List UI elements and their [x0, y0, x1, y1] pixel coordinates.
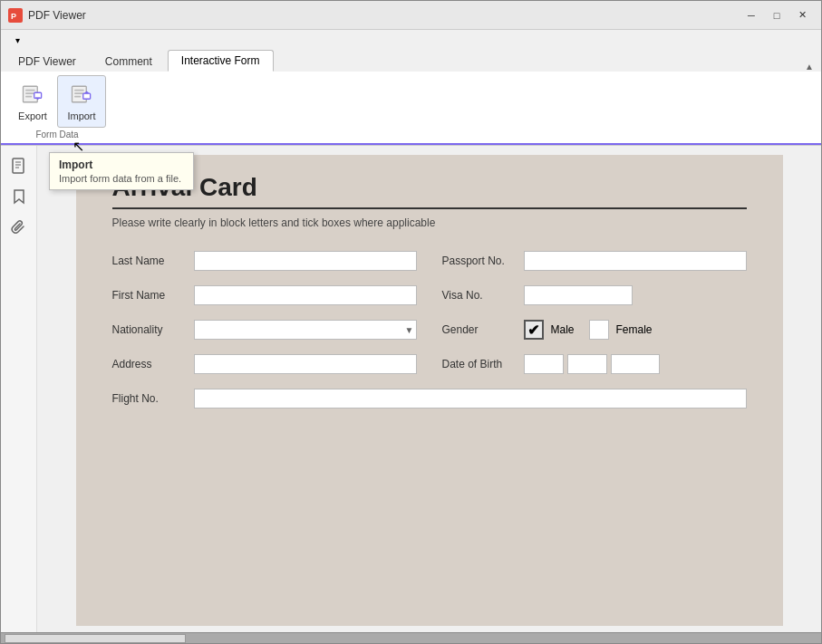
export-label: Export	[18, 111, 47, 121]
import-tooltip: Import Import form data from a file.	[49, 152, 194, 190]
dob-label: Date of Birth	[442, 358, 524, 370]
dob-inputs	[524, 354, 660, 374]
sidebar-attachment-icon[interactable]	[6, 215, 32, 240]
ribbon-collapse-button[interactable]: ▲	[805, 62, 817, 72]
gender-female-label: Female	[616, 323, 653, 336]
section-gender: Gender ✔ Male Female	[424, 320, 747, 340]
section-flight: Flight No.	[112, 389, 747, 409]
dob-year-input[interactable]	[611, 354, 660, 374]
quick-access-bar: ▾	[1, 30, 821, 50]
tooltip-title: Import	[59, 159, 184, 171]
ribbon-tabs: PDF Viewer Comment Interactive Form ▲	[1, 50, 821, 72]
nationality-select[interactable]: ▼	[194, 320, 417, 340]
tab-pdf-viewer[interactable]: PDF Viewer	[5, 51, 90, 72]
import-icon	[67, 80, 96, 109]
import-button[interactable]: Import	[57, 75, 106, 128]
flight-input[interactable]	[194, 389, 747, 409]
gender-male-label: Male	[551, 323, 575, 336]
row-address-dob: Address Date of Birth	[112, 354, 747, 374]
group-label: Form Data	[8, 128, 106, 139]
first-name-input[interactable]	[194, 285, 417, 305]
sidebar-bookmark-icon[interactable]	[6, 184, 32, 209]
row-lastname-passport: Last Name Passport No.	[112, 251, 747, 271]
passport-input[interactable]	[524, 251, 747, 271]
first-name-label: First Name	[112, 289, 194, 302]
svg-rect-9	[74, 90, 84, 91]
ribbon-area: ▾ PDF Viewer Comment Interactive Form ▲	[1, 30, 821, 146]
toolbar: Export	[1, 72, 821, 145]
gender-label: Gender	[442, 323, 524, 336]
address-label: Address	[112, 358, 194, 370]
passport-label: Passport No.	[442, 255, 524, 267]
app-icon: P	[8, 8, 23, 23]
svg-rect-3	[25, 90, 35, 91]
last-name-label: Last Name	[112, 255, 194, 267]
maximize-button[interactable]: □	[765, 6, 788, 24]
svg-rect-5	[25, 96, 32, 98]
section-firstname: First Name	[112, 285, 417, 305]
bottom-scrollbar[interactable]	[1, 632, 821, 643]
close-button[interactable]: ✕	[790, 6, 814, 24]
toolbar-buttons: Export	[8, 75, 106, 128]
gender-area: ✔ Male Female	[524, 320, 653, 340]
window-title: PDF Viewer	[28, 9, 740, 22]
export-button[interactable]: Export	[8, 75, 57, 128]
dob-day-input[interactable]	[524, 354, 564, 374]
content-area: Arrival Card Please write clearly in blo…	[1, 146, 821, 632]
pdf-scroll-area[interactable]: Arrival Card Please write clearly in blo…	[37, 146, 821, 632]
section-address: Address	[112, 354, 417, 374]
quick-access-button[interactable]: ▾	[8, 32, 26, 48]
svg-rect-4	[25, 92, 35, 94]
section-nationality: Nationality ▼	[112, 320, 417, 340]
sidebar-page-icon[interactable]	[6, 153, 32, 178]
section-lastname: Last Name	[112, 251, 417, 271]
title-bar: P PDF Viewer ─ □ ✕	[1, 1, 821, 30]
window-controls: ─ □ ✕	[740, 6, 814, 24]
export-icon	[18, 80, 47, 109]
dob-month-input[interactable]	[567, 354, 607, 374]
address-input[interactable]	[194, 354, 417, 374]
bottom-scrollbar-thumb[interactable]	[5, 634, 186, 643]
row-firstname-visa: First Name Visa No.	[112, 285, 747, 305]
main-window: P PDF Viewer ─ □ ✕ ▾ PDF Viewer Comment …	[0, 0, 822, 644]
select-arrow-icon: ▼	[405, 325, 414, 335]
svg-rect-10	[74, 92, 84, 94]
tooltip-text: Import form data from a file.	[59, 173, 184, 184]
svg-rect-11	[74, 96, 81, 98]
form-data-group: Export	[8, 75, 106, 139]
svg-rect-6	[34, 92, 42, 98]
visa-input[interactable]	[524, 285, 633, 305]
pdf-page: Arrival Card Please write clearly in blo…	[76, 155, 783, 626]
tab-comment[interactable]: Comment	[92, 51, 166, 72]
row-flight: Flight No.	[112, 389, 747, 409]
form-title: Arrival Card	[112, 173, 747, 209]
section-dob: Date of Birth	[424, 354, 747, 374]
svg-rect-14	[13, 159, 24, 173]
flight-label: Flight No.	[112, 392, 194, 405]
gender-female-checkbox[interactable]	[589, 320, 609, 340]
tab-interactive-form[interactable]: Interactive Form	[168, 50, 274, 72]
form-subtitle: Please write clearly in block letters an…	[112, 216, 747, 229]
section-passport: Passport No.	[424, 251, 747, 271]
minimize-button[interactable]: ─	[740, 6, 763, 24]
section-visa: Visa No.	[424, 285, 747, 305]
svg-rect-12	[83, 93, 91, 99]
gender-male-checkbox[interactable]: ✔	[524, 320, 544, 340]
visa-label: Visa No.	[442, 289, 524, 302]
import-label: Import	[67, 111, 95, 121]
left-sidebar	[1, 146, 37, 632]
nationality-label: Nationality	[112, 323, 194, 336]
last-name-input[interactable]	[194, 251, 417, 271]
row-nationality-gender: Nationality ▼ Gender ✔ Male Female	[112, 320, 747, 340]
svg-text:P: P	[11, 12, 16, 21]
